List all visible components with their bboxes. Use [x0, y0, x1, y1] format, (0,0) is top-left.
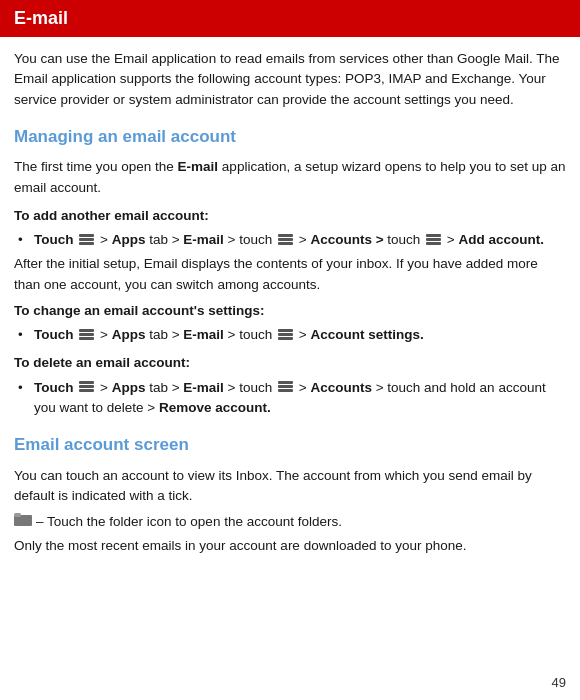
subheading-add-account: To add another email account: — [14, 206, 566, 226]
bullet-dot-3: • — [18, 378, 32, 419]
menu-icon-2 — [278, 234, 293, 245]
page-number: 49 — [552, 675, 566, 690]
bullet-change-settings-text: Touch > Apps tab > E-mail > touch > Acco… — [34, 325, 566, 345]
section-email-screen-heading: Email account screen — [14, 432, 566, 458]
section-managing: Managing an email account The first time… — [14, 124, 566, 418]
folder-icon-inline — [14, 512, 32, 532]
page-content: You can use the Email application to rea… — [0, 37, 580, 583]
remove-account-label: Remove account. — [159, 400, 271, 415]
menu-icon-1 — [79, 234, 94, 245]
last-line: Only the most recent emails in your acco… — [14, 536, 566, 556]
section-email-screen: Email account screen You can touch an ac… — [14, 432, 566, 557]
page-header: E-mail — [0, 0, 580, 37]
folder-note-text: – Touch the folder icon to open the acco… — [36, 512, 342, 532]
section-email-screen-para: You can touch an account to view its Inb… — [14, 466, 566, 507]
email-label-3: E-mail — [183, 380, 224, 395]
bullet-dot-1: • — [18, 230, 32, 250]
bullet-change-settings: • Touch > Apps tab > E-mail > touch > Ac… — [18, 325, 566, 345]
bullet-delete-account-text: Touch > Apps tab > E-mail > touch > Acco… — [34, 378, 566, 419]
folder-note-line: – Touch the folder icon to open the acco… — [14, 512, 566, 532]
add-account-label: Add account. — [458, 232, 544, 247]
intro-paragraph: You can use the Email application to rea… — [14, 49, 566, 110]
email-bold-label: E-mail — [178, 159, 219, 174]
apps-label-3: Apps — [112, 380, 146, 395]
bullet-add-account-text: Touch > Apps tab > E-mail > touch > Acco… — [34, 230, 566, 250]
email-label-1: E-mail — [183, 232, 224, 247]
page-title: E-mail — [14, 8, 68, 29]
touch-label-2: Touch — [34, 327, 74, 342]
email-label-2: E-mail — [183, 327, 224, 342]
account-settings-label: Account settings. — [310, 327, 423, 342]
apps-label-2: Apps — [112, 327, 146, 342]
menu-icon-7 — [278, 381, 293, 392]
touch-label-3: Touch — [34, 380, 74, 395]
accounts-label-2: Accounts — [310, 380, 372, 395]
after-add-account: After the initial setup, Email displays … — [14, 254, 566, 295]
apps-label-1: Apps — [112, 232, 146, 247]
bullet-add-account: • Touch > Apps tab > E-mail > touch > Ac… — [18, 230, 566, 250]
menu-icon-6 — [79, 381, 94, 392]
menu-icon-4 — [79, 329, 94, 340]
menu-icon-3 — [426, 234, 441, 245]
subheading-change-settings: To change an email account's settings: — [14, 301, 566, 321]
menu-icon-5 — [278, 329, 293, 340]
accounts-label-1: Accounts > — [310, 232, 383, 247]
svg-rect-2 — [14, 513, 21, 517]
bullet-delete-account: • Touch > Apps tab > E-mail > touch > Ac… — [18, 378, 566, 419]
subheading-delete-account: To delete an email account: — [14, 353, 566, 373]
touch-label-1: Touch — [34, 232, 74, 247]
section-managing-heading: Managing an email account — [14, 124, 566, 150]
folder-svg-icon — [14, 512, 32, 526]
section-managing-intro: The first time you open the E-mail appli… — [14, 157, 566, 198]
bullet-dot-2: • — [18, 325, 32, 345]
